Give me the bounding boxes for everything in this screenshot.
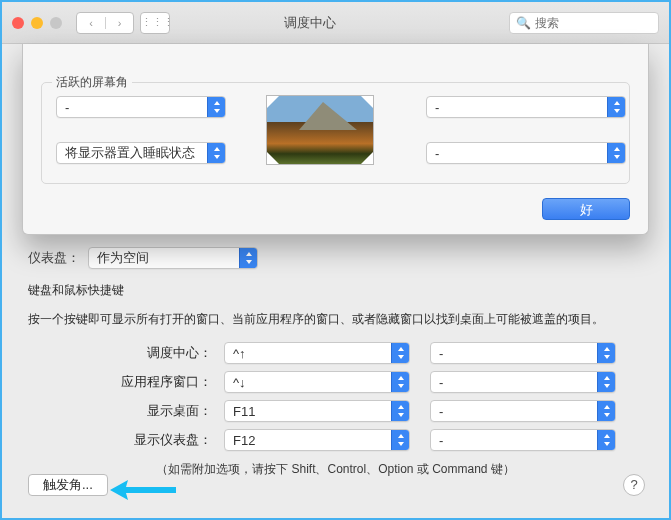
chevron-right-icon[interactable]: › [105,17,133,29]
window-title: 调度中心 [176,14,503,32]
shortcut-row: 调度中心： ^↑ - [28,342,643,364]
shortcut-row: 应用程序窗口： ^↓ - [28,371,643,393]
group-title: 活跃的屏幕角 [52,74,132,91]
corner-indicator-br [361,152,373,164]
shortcut-row: 显示仪表盘： F12 - [28,429,643,451]
dashboard-label: 仪表盘： [28,249,80,267]
shortcut-key-select[interactable]: ^↑ [224,342,410,364]
shortcut-mouse-select[interactable]: - [430,371,616,393]
help-button[interactable]: ? [623,474,645,496]
shortcut-mouse-select[interactable]: - [430,400,616,422]
close-window-button[interactable] [12,17,24,29]
shortcut-key-select[interactable]: F11 [224,400,410,422]
zoom-window-button [50,17,62,29]
hot-corners-sheet: 活跃的屏幕角 - - 将显示器置入睡眠状态 - 好 [22,44,649,235]
corner-indicator-tl [267,96,279,108]
titlebar: ‹ › ⋮⋮⋮ 调度中心 🔍 [2,2,669,44]
ok-button[interactable]: 好 [542,198,630,220]
corner-bottom-right-select[interactable]: - [426,142,626,164]
shortcut-label: 调度中心： [28,344,218,362]
shortcuts-footnote: （如需附加选项，请按下 Shift、Control、Option 或 Comma… [28,461,643,478]
shortcut-label: 显示桌面： [28,402,218,420]
window-controls [12,17,62,29]
nav-back-forward[interactable]: ‹ › [76,12,134,34]
hot-corners-thumbnail [266,95,374,165]
corner-top-left-select[interactable]: - [56,96,226,118]
hot-corners-group: 活跃的屏幕角 - - 将显示器置入睡眠状态 - [41,82,630,184]
shortcut-key-select[interactable]: F12 [224,429,410,451]
shortcut-row: 显示桌面： F11 - [28,400,643,422]
shortcut-label: 应用程序窗口： [28,373,218,391]
search-field[interactable]: 🔍 [509,12,659,34]
shortcut-key-select[interactable]: ^↓ [224,371,410,393]
dashboard-select[interactable]: 作为空间 [88,247,258,269]
shortcuts-section: 键盘和鼠标快捷键 按一个按键即可显示所有打开的窗口、当前应用程序的窗口、或者隐藏… [28,282,643,478]
shortcuts-desc: 按一个按键即可显示所有打开的窗口、当前应用程序的窗口、或者隐藏窗口以找到桌面上可… [28,311,643,328]
corner-bottom-left-select[interactable]: 将显示器置入睡眠状态 [56,142,226,164]
search-icon: 🔍 [516,16,531,30]
annotation-arrow-2 [110,480,176,503]
minimize-window-button[interactable] [31,17,43,29]
chevron-left-icon[interactable]: ‹ [77,17,105,29]
dashboard-row: 仪表盘： 作为空间 [28,247,258,269]
corner-indicator-bl [267,152,279,164]
show-all-button[interactable]: ⋮⋮⋮ [140,12,170,34]
hot-corners-button[interactable]: 触发角... [28,474,108,496]
shortcuts-title: 键盘和鼠标快捷键 [28,282,643,299]
corner-indicator-tr [361,96,373,108]
shortcut-label: 显示仪表盘： [28,431,218,449]
corner-top-right-select[interactable]: - [426,96,626,118]
grid-icon: ⋮⋮⋮ [141,16,169,29]
shortcut-mouse-select[interactable]: - [430,342,616,364]
shortcut-mouse-select[interactable]: - [430,429,616,451]
search-input[interactable] [535,16,652,30]
